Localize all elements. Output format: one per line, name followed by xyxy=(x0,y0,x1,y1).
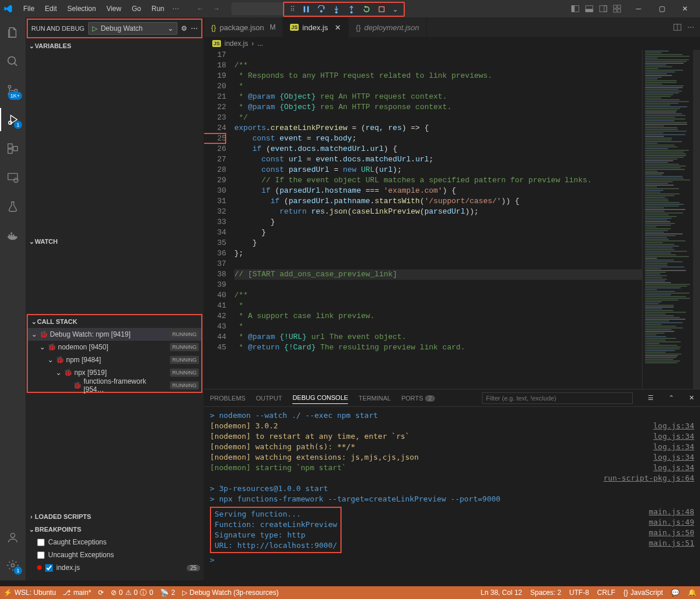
pause-icon[interactable] xyxy=(302,5,310,13)
extensions-icon[interactable] xyxy=(0,137,26,160)
window-close-icon[interactable]: ✕ xyxy=(673,0,697,17)
drag-handle-icon[interactable]: ⠿ xyxy=(290,5,295,13)
step-into-icon[interactable] xyxy=(332,5,340,13)
uncaught-exceptions-checkbox[interactable]: Uncaught Exceptions xyxy=(26,549,204,561)
step-over-icon[interactable] xyxy=(317,5,325,13)
console-source-link[interactable]: main.js:50 xyxy=(649,528,694,538)
notifications-icon[interactable]: 🔔 xyxy=(688,589,697,597)
svg-rect-24 xyxy=(8,174,18,180)
breakpoints-header[interactable]: ⌄BREAKPOINTS xyxy=(26,523,204,536)
remote-explorer-icon[interactable] xyxy=(0,166,26,189)
console-source-link[interactable]: log.js:34 xyxy=(654,431,694,442)
docker-icon[interactable] xyxy=(0,224,26,247)
split-editor-icon[interactable] xyxy=(673,23,681,31)
chevron-down-icon[interactable]: ⌄ xyxy=(393,6,398,13)
console-source-link[interactable]: main.js:48 xyxy=(649,507,694,517)
editor-tab-index.js[interactable]: JSindex.js✕ xyxy=(283,17,349,37)
sync-icon[interactable]: ⟳ xyxy=(98,589,104,597)
window-minimize-icon[interactable]: ─ xyxy=(627,0,650,17)
more-actions-icon[interactable]: ⋯ xyxy=(191,24,198,33)
debug-console-input[interactable]: > xyxy=(210,555,694,565)
menu-view[interactable]: View xyxy=(101,2,126,15)
vscode-logo-icon xyxy=(3,4,13,13)
console-filter-input[interactable] xyxy=(482,392,633,404)
console-source-link[interactable]: run-script-pkg.js:64 xyxy=(603,473,694,483)
feedback-icon[interactable]: 💬 xyxy=(671,589,680,597)
configure-gear-icon[interactable]: ⚙ xyxy=(181,24,187,33)
search-icon[interactable] xyxy=(0,50,26,73)
panel-maximize-icon[interactable]: ⌃ xyxy=(669,394,674,402)
nav-back-icon[interactable]: ← xyxy=(197,5,204,13)
debug-console-tab[interactable]: DEBUG CONSOLE xyxy=(292,392,348,404)
console-source-link[interactable]: log.js:34 xyxy=(654,452,694,463)
callstack-item[interactable]: ⌄🐞Debug Watch: npm [9419]RUNNING xyxy=(28,328,201,341)
menu-overflow-icon[interactable]: ⋯ xyxy=(172,5,179,13)
problems-tab[interactable]: PROBLEMS xyxy=(210,392,245,404)
settings-gear-icon[interactable]: 1 xyxy=(0,554,26,577)
scrollbar[interactable] xyxy=(693,50,700,389)
variables-section-header[interactable]: ⌄VARIABLES xyxy=(26,39,204,52)
debug-console-body[interactable]: > nodemon --watch ./ --exec npm start[no… xyxy=(204,407,700,580)
menu-run[interactable]: Run xyxy=(147,2,169,15)
ports-tab[interactable]: PORTS 2 xyxy=(401,392,435,404)
close-tab-icon[interactable]: ✕ xyxy=(335,23,341,32)
indent-status[interactable]: Spaces: 2 xyxy=(530,589,561,597)
menu-file[interactable]: File xyxy=(19,2,39,15)
panel-close-icon[interactable]: ✕ xyxy=(689,394,694,402)
breadcrumb[interactable]: JS index.js›... xyxy=(204,37,700,50)
eol-status[interactable]: CRLF xyxy=(597,589,615,597)
callstack-item[interactable]: 🐞functions-framework [954…RUNNING xyxy=(28,379,201,392)
layout-sidebar-right-icon[interactable] xyxy=(599,5,607,13)
callstack-item[interactable]: ⌄🐞npm [9484]RUNNING xyxy=(28,353,201,366)
minimap[interactable] xyxy=(642,50,700,389)
editor-tab-deployment.json[interactable]: {}deployment.json xyxy=(349,17,426,37)
code-content[interactable]: /** * Responds to any HTTP request relat… xyxy=(234,50,642,389)
watch-section-header[interactable]: ⌄WATCH xyxy=(26,235,204,248)
menu-go[interactable]: Go xyxy=(127,2,146,15)
line-gutter[interactable]: 1718192021222324252627282930313233343536… xyxy=(204,50,234,389)
filter-icon[interactable]: ☰ xyxy=(648,394,654,402)
encoding-status[interactable]: UTF-8 xyxy=(570,589,589,597)
json-file-icon: {} xyxy=(356,23,361,32)
editor-tab-package.json[interactable]: {}package.jsonM xyxy=(204,17,283,37)
debug-status[interactable]: ▷ Debug Watch (3p-resources) xyxy=(182,589,279,597)
problems-status[interactable]: ⊘ 0 ⚠ 0 ⓘ 0 xyxy=(111,588,153,598)
loaded-scripts-header[interactable]: ›LOADED SCRIPTS xyxy=(26,510,204,523)
remote-indicator[interactable]: ⚡ WSL: Ubuntu xyxy=(3,589,56,597)
window-maximize-icon[interactable]: ▢ xyxy=(650,0,673,17)
console-source-link[interactable]: log.js:34 xyxy=(654,442,694,452)
cursor-position[interactable]: Ln 38, Col 12 xyxy=(481,589,522,597)
callstack-section-header[interactable]: ⌄CALL STACK xyxy=(28,315,201,328)
accounts-icon[interactable] xyxy=(0,526,26,549)
language-mode[interactable]: {} JavaScript xyxy=(623,589,663,597)
console-source-link[interactable]: main.js:49 xyxy=(649,517,694,528)
ports-status[interactable]: 📡 2 xyxy=(160,589,175,597)
restart-icon[interactable] xyxy=(362,5,371,13)
start-debug-icon[interactable]: ▷ xyxy=(92,24,97,33)
layout-customize-icon[interactable] xyxy=(613,5,621,13)
stop-icon[interactable] xyxy=(378,5,386,13)
terminal-tab[interactable]: TERMINAL xyxy=(358,392,391,404)
nav-forward-icon[interactable]: → xyxy=(213,5,220,13)
console-source-link[interactable]: main.js:51 xyxy=(649,538,694,549)
testing-icon[interactable] xyxy=(0,195,26,218)
output-tab[interactable]: OUTPUT xyxy=(256,392,282,404)
source-control-icon[interactable]: 1K+ xyxy=(0,79,26,102)
explorer-icon[interactable] xyxy=(0,21,26,44)
console-source-link[interactable]: log.js:34 xyxy=(654,421,694,431)
git-branch[interactable]: ⎇ main* xyxy=(63,589,91,597)
editor-more-icon[interactable]: ⋯ xyxy=(687,23,694,31)
console-source-link[interactable]: log.js:34 xyxy=(654,463,694,473)
layout-sidebar-left-icon[interactable] xyxy=(571,5,579,13)
callstack-item[interactable]: ⌄🐞nodemon [9450]RUNNING xyxy=(28,341,201,353)
launch-config-dropdown[interactable]: ▷ Debug Watch ⌄ xyxy=(88,22,177,35)
menu-edit[interactable]: Edit xyxy=(40,2,61,15)
svg-point-3 xyxy=(336,12,338,13)
menu-selection[interactable]: Selection xyxy=(63,2,100,15)
svg-rect-29 xyxy=(10,233,12,234)
run-debug-icon[interactable]: 1 xyxy=(0,108,26,131)
layout-panel-icon[interactable] xyxy=(585,5,593,13)
caught-exceptions-checkbox[interactable]: Caught Exceptions xyxy=(26,536,204,549)
breakpoint-file-item[interactable]: index.js25 xyxy=(26,561,204,574)
step-out-icon[interactable] xyxy=(347,5,356,13)
